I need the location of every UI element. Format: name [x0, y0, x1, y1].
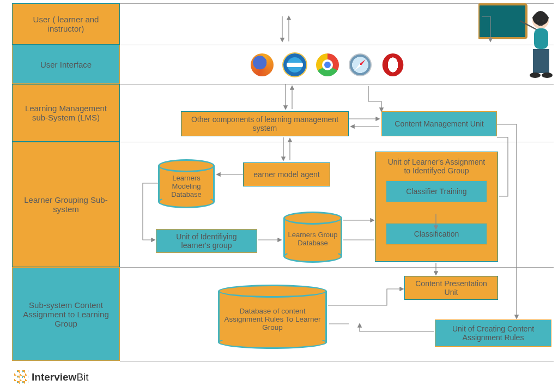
brand-mark-icon [14, 370, 28, 384]
box-unit-identify: Unit of Identifiying learner's group [156, 229, 257, 253]
brand-logo: InterviewBit [14, 370, 89, 384]
svg-point-6 [542, 73, 553, 78]
row-label-group: Learner Grouping Sub-system [12, 142, 120, 267]
svg-rect-4 [533, 49, 549, 73]
row-label-user: User ( learner and instructor) [12, 3, 120, 45]
cylinder-label: Learners Modeling Database [158, 174, 215, 198]
box-classification: Classification [386, 223, 487, 245]
box-classifier-training: Classifier Training [386, 180, 487, 202]
svg-point-7 [537, 20, 539, 22]
svg-point-5 [530, 73, 541, 78]
svg-rect-3 [534, 28, 548, 49]
box-content-mgmt: Content Management Unit [381, 111, 497, 136]
cylinder-label: Learners Group Database [283, 231, 342, 247]
lane-line [120, 84, 554, 85]
box-unit-rules: Unit of Creating Content Assignment Rule… [435, 319, 551, 347]
lane-line [120, 142, 554, 142]
diagram-canvas: User ( learner and instructor) User Inte… [0, 0, 558, 392]
teacher-illustration-icon [478, 1, 555, 83]
browser-icons [251, 53, 404, 76]
safari-icon [349, 53, 372, 76]
svg-point-8 [542, 20, 544, 22]
cylinder-label: Database of content Assignment Rules To … [218, 307, 327, 331]
row-label-ui: User Interface [12, 45, 120, 84]
ie-icon [283, 53, 306, 76]
box-content-presentation: Content Presentation Unit [404, 276, 498, 300]
firefox-icon [251, 53, 274, 76]
cylinder-db-rules: Database of content Assignment Rules To … [218, 285, 327, 349]
chrome-icon [316, 53, 339, 76]
cylinder-learners-modeling-db: Learners Modeling Database [158, 159, 215, 208]
lane-line [120, 361, 554, 361]
box-earner-agent: earner model agent [243, 162, 330, 186]
lane-line [120, 267, 554, 268]
row-label-lms: Learning Management sub-System (LMS) [12, 84, 120, 142]
opera-icon [383, 53, 404, 76]
box-other-lms: Other components of learning management … [181, 111, 349, 136]
row-label-assign: Sub-system Content Assignment to Learnin… [12, 267, 120, 361]
svg-rect-0 [478, 4, 526, 38]
brand-name: InterviewBit [32, 371, 89, 383]
assign-group-title: Unit of Learner's Assignment to Identify… [380, 158, 493, 175]
cylinder-learners-group-db: Learners Group Database [283, 212, 342, 263]
box-assign-group: Unit of Learner's Assignment to Identify… [375, 152, 498, 262]
